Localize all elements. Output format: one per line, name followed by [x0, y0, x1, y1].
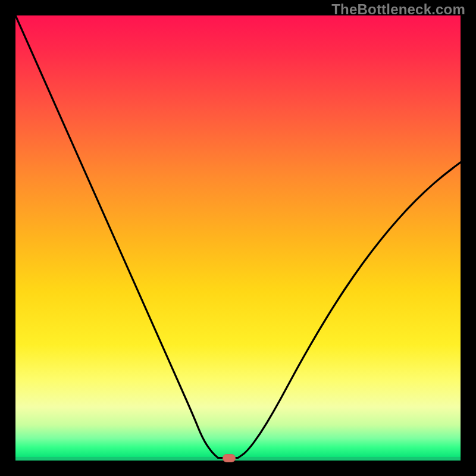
curve-path — [15, 15, 461, 458]
bottleneck-curve — [15, 15, 461, 461]
optimum-marker — [223, 454, 236, 462]
plot-area — [15, 15, 461, 461]
chart-frame: TheBottleneck.com — [0, 0, 476, 476]
